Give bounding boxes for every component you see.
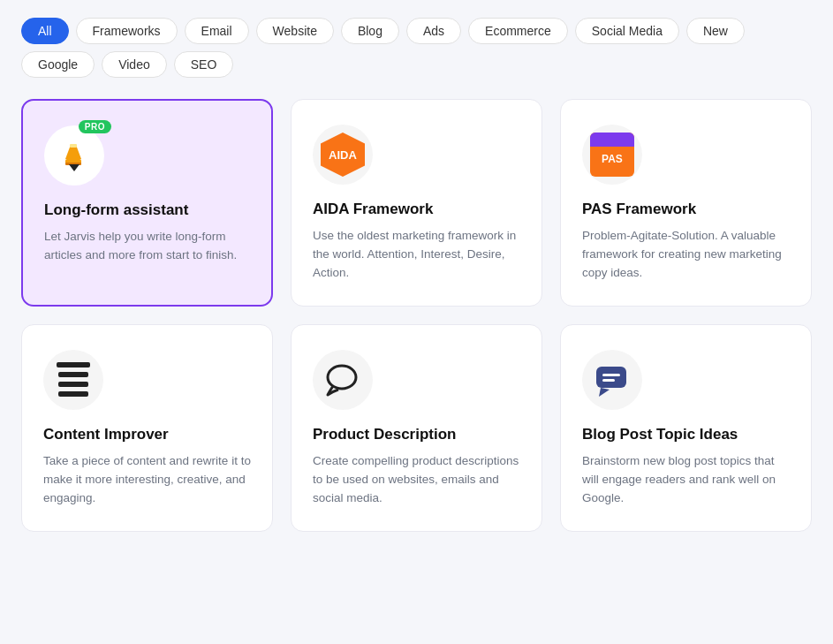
- card-description: Brainstorm new blog post topics that wil…: [582, 452, 790, 508]
- filter-tag-blog[interactable]: Blog: [341, 18, 399, 44]
- speech-bubble-icon: [322, 360, 363, 400]
- card-title: Long-form assistant: [44, 201, 250, 219]
- pencil-icon: [57, 138, 92, 173]
- card-title: Content Improver: [43, 426, 251, 443]
- aida-icon: AIDA: [321, 133, 365, 177]
- filter-tag-all[interactable]: All: [21, 18, 69, 44]
- card-blog-post-topic-ideas[interactable]: Blog Post Topic IdeasBrainstorm new blog…: [560, 324, 812, 532]
- filter-tag-ads[interactable]: Ads: [406, 18, 461, 44]
- card-description: Use the oldest marketing framework in th…: [313, 227, 520, 283]
- svg-marker-7: [599, 388, 610, 397]
- svg-rect-8: [602, 374, 620, 376]
- card-icon-wrap: [582, 350, 642, 410]
- card-title: Blog Post Topic Ideas: [582, 426, 790, 443]
- card-product-description[interactable]: Product DescriptionCreate compelling pro…: [291, 324, 542, 532]
- lines-icon: [57, 362, 90, 397]
- card-description: Take a piece of content and rewrite it t…: [43, 452, 251, 508]
- card-icon-wrap: [43, 350, 103, 410]
- card-icon-wrap: AIDA: [313, 125, 373, 185]
- svg-rect-2: [70, 144, 77, 148]
- card-description: Create compelling product descriptions t…: [313, 452, 520, 508]
- card-description: Problem-Agitate-Solution. A valuable fra…: [582, 227, 790, 283]
- filter-tag-seo[interactable]: SEO: [174, 51, 234, 78]
- filter-tag-website[interactable]: Website: [256, 18, 334, 44]
- chat-icon: [592, 360, 632, 400]
- filter-tag-social-media[interactable]: Social Media: [575, 18, 679, 44]
- filter-tag-frameworks[interactable]: Frameworks: [76, 18, 178, 44]
- filter-tag-email[interactable]: Email: [185, 18, 249, 44]
- card-title: PAS Framework: [582, 201, 790, 218]
- card-long-form-assistant[interactable]: PRO Long-form assistantLet Jarvis help y…: [21, 99, 273, 307]
- card-icon-wrap: PRO: [44, 125, 104, 186]
- svg-rect-6: [596, 367, 626, 388]
- pas-icon: PAS: [590, 133, 634, 177]
- filter-tag-video[interactable]: Video: [102, 51, 167, 78]
- card-title: Product Description: [313, 426, 520, 443]
- card-content-improver[interactable]: Content ImproverTake a piece of content …: [21, 324, 273, 532]
- cards-grid: PRO Long-form assistantLet Jarvis help y…: [21, 99, 812, 532]
- filter-bar: AllFrameworksEmailWebsiteBlogAdsEcommerc…: [21, 18, 812, 78]
- filter-tag-google[interactable]: Google: [21, 51, 95, 78]
- card-title: AIDA Framework: [313, 201, 520, 218]
- card-icon-wrap: PAS: [582, 125, 642, 185]
- card-icon-wrap: [313, 350, 373, 410]
- card-description: Let Jarvis help you write long-form arti…: [44, 228, 250, 265]
- pro-badge: PRO: [79, 120, 111, 133]
- svg-rect-9: [602, 379, 615, 382]
- filter-tag-new[interactable]: New: [686, 18, 745, 44]
- card-pas-framework[interactable]: PASPAS FrameworkProblem-Agitate-Solution…: [560, 99, 812, 307]
- svg-point-5: [328, 366, 356, 389]
- filter-tag-ecommerce[interactable]: Ecommerce: [468, 18, 568, 44]
- card-aida-framework[interactable]: AIDAAIDA FrameworkUse the oldest marketi…: [291, 99, 542, 307]
- svg-marker-4: [69, 164, 80, 171]
